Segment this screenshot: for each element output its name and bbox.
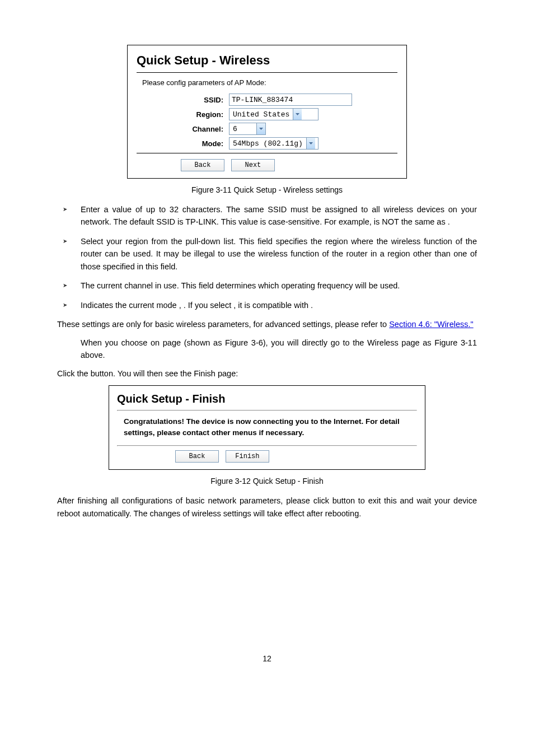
settings-text: These settings are only for basic wirele… xyxy=(57,320,389,329)
ssid-label: SSID: xyxy=(137,96,229,104)
description-list: ➤ Enter a value of up to 32 characters. … xyxy=(57,203,477,311)
region-select[interactable]: United States xyxy=(229,108,318,120)
svg-marker-1 xyxy=(259,128,263,130)
figure-caption-wireless: Figure 3-11 Quick Setup - Wireless setti… xyxy=(57,185,477,194)
bullet-icon: ➤ xyxy=(57,203,81,228)
channel-row: Channel: 6 xyxy=(137,123,397,135)
bullet-icon: ➤ xyxy=(57,235,81,273)
region-row: Region: United States xyxy=(137,108,397,120)
region-value: United States xyxy=(229,109,293,120)
settings-paragraph: These settings are only for basic wirele… xyxy=(57,318,477,330)
channel-label: Channel: xyxy=(137,125,229,133)
after-paragraph: After finishing all configurations of ba… xyxy=(57,494,477,520)
list-item-text: Enter a value of up to 32 characters. Th… xyxy=(81,203,477,228)
region-label: Region: xyxy=(137,110,229,119)
divider xyxy=(117,445,417,446)
back-button[interactable]: Back xyxy=(181,159,224,171)
channel-value: 6 xyxy=(229,123,256,134)
finish-panel-title: Quick Setup - Finish xyxy=(117,393,417,405)
bullet-icon: ➤ xyxy=(57,299,81,311)
finish-setup-panel: Quick Setup - Finish Congratulations! Th… xyxy=(109,385,425,470)
page-number: 12 xyxy=(57,654,477,663)
list-item-text: Select your region from the pull-down li… xyxy=(81,235,477,273)
divider xyxy=(117,410,417,411)
mode-label: Mode: xyxy=(137,139,229,148)
list-item: ➤ Indicates the current mode , . If you … xyxy=(57,299,477,311)
list-item: ➤ The current channel in use. This field… xyxy=(57,279,477,292)
figure-caption-finish: Figure 3-12 Quick Setup - Finish xyxy=(57,477,477,486)
ssid-row: SSID: xyxy=(137,94,397,106)
mode-value: 54Mbps (802.11g) xyxy=(229,138,306,149)
bullet-icon: ➤ xyxy=(57,279,81,292)
wireless-panel-title: Quick Setup - Wireless xyxy=(137,53,397,68)
section-link[interactable]: Section 4.6: "Wireless." xyxy=(389,320,474,329)
divider xyxy=(137,72,397,73)
list-item-text: The current channel in use. This field d… xyxy=(81,279,477,292)
next-button[interactable]: Next xyxy=(231,159,275,171)
back-button[interactable]: Back xyxy=(175,450,219,463)
chevron-down-icon xyxy=(306,138,315,149)
choose-paragraph: When you choose on page (shown as Figure… xyxy=(57,337,477,362)
ssid-input[interactable] xyxy=(229,94,352,106)
divider xyxy=(137,153,397,153)
chevron-down-icon xyxy=(256,123,265,134)
chevron-down-icon xyxy=(293,109,302,120)
svg-marker-2 xyxy=(309,142,313,144)
list-item: ➤ Enter a value of up to 32 characters. … xyxy=(57,203,477,228)
wireless-button-row: Back Next xyxy=(137,159,397,171)
svg-marker-0 xyxy=(296,113,299,115)
list-item: ➤ Select your region from the pull-down … xyxy=(57,235,477,273)
list-item-text: Indicates the current mode , . If you se… xyxy=(81,299,477,311)
wireless-setup-panel: Quick Setup - Wireless Please config par… xyxy=(127,45,407,179)
finish-button-row: Back Finish xyxy=(117,450,417,463)
click-next-paragraph: Click the button. You will then see the … xyxy=(57,367,477,380)
channel-select[interactable]: 6 xyxy=(229,123,266,135)
mode-select[interactable]: 54Mbps (802.11g) xyxy=(229,137,318,150)
finish-button[interactable]: Finish xyxy=(226,450,269,463)
wireless-instruction: Please config parameters of AP Mode: xyxy=(137,78,397,91)
document-page: Quick Setup - Wireless Please config par… xyxy=(0,0,534,685)
mode-row: Mode: 54Mbps (802.11g) xyxy=(137,137,397,150)
finish-message: Congratulations! The device is now conne… xyxy=(117,415,417,441)
